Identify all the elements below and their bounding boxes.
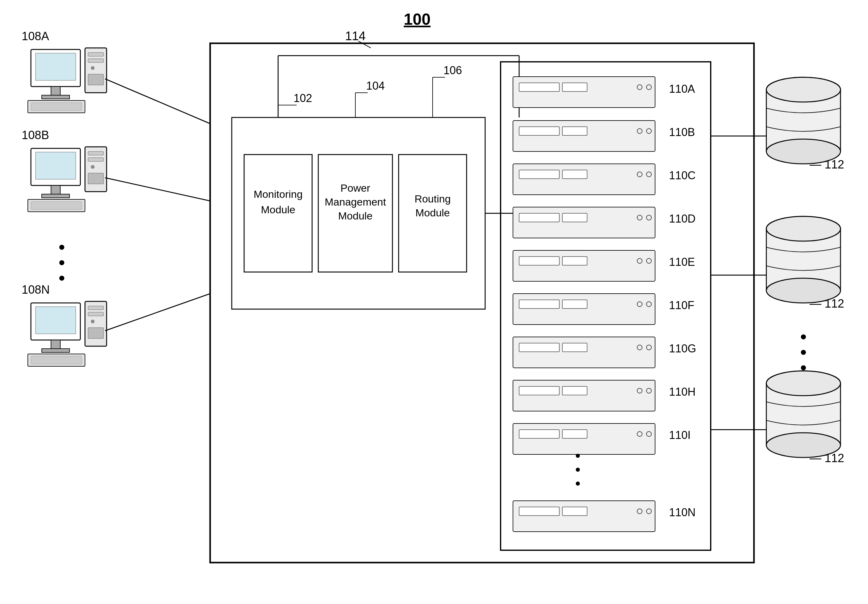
power-module-label2: Management [325,196,386,208]
svg-text:•: • [58,268,65,289]
svg-rect-65 [51,185,60,195]
svg-rect-42 [519,430,559,438]
svg-rect-62 [31,102,82,111]
svg-point-100 [766,371,840,396]
diagram-title: 100 [404,10,431,28]
label-104: 104 [366,79,385,92]
label-102: 102 [294,92,312,104]
power-module-label1: Power [341,182,370,194]
label-110B: 110B [669,126,695,138]
svg-rect-30 [519,300,559,309]
svg-rect-48 [519,507,559,515]
svg-rect-10 [519,83,559,92]
label-110I: 110I [669,429,691,441]
svg-rect-19 [563,170,587,179]
line-108B [105,178,210,201]
label-110A: 110A [669,82,695,95]
svg-rect-68 [88,151,104,155]
label-110D: 110D [669,212,696,225]
svg-rect-49 [563,507,587,515]
svg-rect-11 [563,83,587,92]
monitoring-module-label2: Module [261,204,295,216]
label-114: 114 [345,29,366,43]
svg-point-94 [766,216,840,241]
server-110I [513,424,655,454]
label-110H: 110H [669,385,696,398]
label-110C: 110C [669,169,696,182]
label-110G: 110G [669,342,696,355]
label-110N: 110N [669,506,696,519]
svg-rect-77 [36,307,76,334]
power-module-label3: Module [338,210,373,222]
svg-rect-58 [88,59,104,62]
svg-rect-71 [88,173,104,184]
client-108B [28,147,107,212]
svg-rect-81 [88,306,104,310]
svg-rect-57 [88,53,104,56]
server-110B [513,121,655,151]
label-110F: 110F [669,299,694,312]
svg-rect-55 [42,95,70,99]
label-112-3: — 112 [810,452,844,464]
svg-rect-39 [563,387,587,395]
svg-rect-23 [563,213,587,222]
svg-rect-78 [51,340,60,349]
svg-rect-14 [519,127,559,135]
database-112-top [766,77,840,164]
server-110A [513,77,655,107]
svg-rect-15 [563,127,587,135]
svg-rect-31 [563,300,587,309]
server-110E [513,250,655,281]
svg-rect-34 [519,343,559,352]
svg-rect-43 [563,430,587,438]
svg-rect-79 [42,349,70,352]
routing-module-label2: Module [415,207,450,219]
svg-rect-38 [519,387,559,395]
label-112-2: — 112 [810,297,844,310]
server-110G [513,337,655,368]
database-112-bottom [766,371,840,458]
client-108A [28,48,107,113]
server-110F [513,293,655,325]
diagram: 100 114 Monitoring Module Power Manageme… [0,0,868,604]
client-108N [28,301,107,366]
svg-rect-86 [31,356,82,364]
svg-rect-53 [36,53,76,80]
database-112-middle [766,216,840,303]
svg-rect-22 [519,213,559,222]
svg-point-59 [91,66,95,70]
label-110E: 110E [669,256,695,268]
routing-module-label1: Routing [414,193,451,205]
svg-rect-27 [563,256,587,265]
svg-rect-18 [519,170,559,179]
monitoring-module-label1: Monitoring [254,188,303,200]
label-106: 106 [443,64,462,77]
svg-rect-54 [51,87,60,96]
svg-point-90 [766,77,840,102]
svg-text:•: • [575,475,581,492]
server-110H [513,380,655,411]
label-108N: 108N [22,283,50,296]
label-108B: 108B [22,129,49,141]
svg-rect-60 [88,74,104,85]
svg-rect-66 [42,194,70,198]
svg-rect-26 [519,256,559,265]
svg-point-70 [91,165,95,169]
svg-point-83 [91,320,95,323]
svg-rect-64 [36,152,76,179]
line-108N [105,293,210,331]
server-110D [513,207,655,238]
label-108A: 108A [22,30,49,43]
svg-rect-69 [88,158,104,161]
svg-rect-73 [31,202,82,210]
server-110C [513,164,655,195]
line-108A [105,79,210,124]
label-112-1: — 112 [810,158,844,171]
server-110N [513,501,655,532]
svg-rect-82 [88,312,104,316]
svg-rect-84 [88,328,104,338]
svg-rect-35 [563,343,587,352]
